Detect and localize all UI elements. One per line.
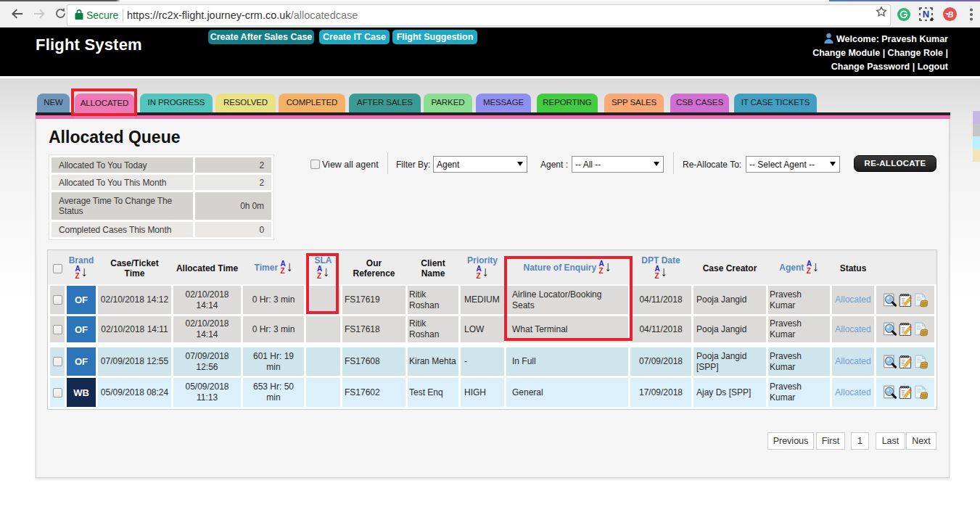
svg-text:N: N xyxy=(923,9,929,20)
svg-text:B: B xyxy=(948,10,954,19)
